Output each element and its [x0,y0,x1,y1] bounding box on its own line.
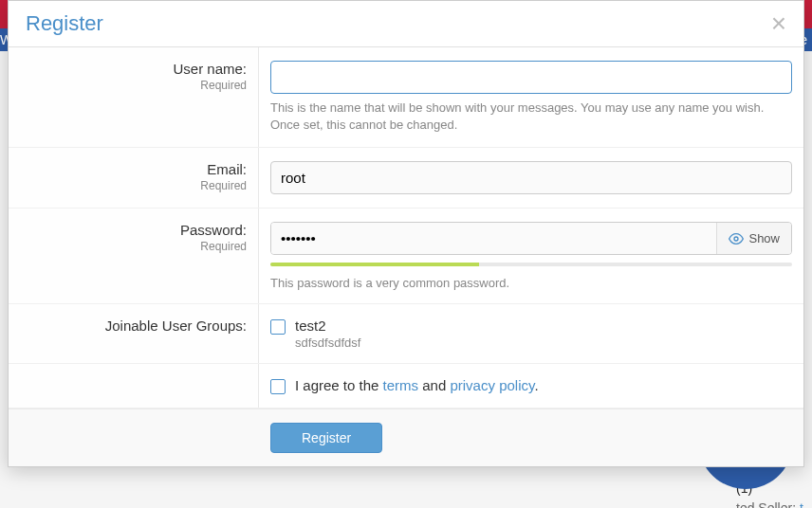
modal-footer: Register [9,408,803,466]
password-strength-bar [270,263,792,266]
modal-title: Register [26,11,103,36]
password-label: Password: [20,222,247,238]
username-required: Required [20,79,247,92]
agree-text: I agree to the terms and privacy policy. [295,377,539,393]
agree-prefix: I agree to the [295,377,383,393]
agree-checkbox[interactable] [270,379,286,394]
password-wrapper: Show [270,222,792,255]
agree-input-col: I agree to the terms and privacy policy. [259,364,803,408]
email-input-col [259,148,803,208]
close-icon: × [771,9,786,38]
username-label-col: User name: Required [9,47,259,147]
eye-icon [729,231,744,246]
email-required: Required [20,179,247,192]
password-label-col: Password: Required [9,209,259,303]
modal-header: Register × [9,1,803,47]
register-submit-button[interactable]: Register [270,423,382,453]
svg-point-0 [734,237,738,241]
show-password-toggle[interactable]: Show [716,223,791,254]
show-label: Show [748,231,780,245]
groups-label-col: Joinable User Groups: [9,304,259,363]
agree-checkbox-row: I agree to the terms and privacy policy. [270,377,792,394]
email-label-col: Email: Required [9,148,259,208]
agree-label-col [9,364,259,408]
username-help: This is the name that will be shown with… [270,100,792,134]
group-option-desc: sdfsdfsdfdsf [295,336,360,350]
agree-suffix: . [534,377,538,393]
password-input-col: Show This password is a very common pass… [259,209,803,303]
groups-input-col: test2 sdfsdfsdfdsf [259,304,803,363]
agree-and: and [418,377,450,393]
password-required: Required [20,240,247,253]
password-row: Password: Required Show [9,209,803,304]
email-row: Email: Required [9,148,803,209]
username-input-col: This is the name that will be shown with… [259,47,803,147]
group-option-label: test2 [295,318,360,334]
username-label: User name: [20,61,247,77]
terms-link[interactable]: terms [383,377,419,393]
username-row: User name: Required This is the name tha… [9,47,803,148]
password-input[interactable] [271,223,716,254]
register-modal: Register × User name: Required This is t… [8,0,804,467]
password-strength-text: This password is a very common password. [270,276,792,290]
agree-row: I agree to the terms and privacy policy. [9,364,803,408]
modal-overlay: Register × User name: Required This is t… [0,0,812,508]
groups-label: Joinable User Groups: [20,318,247,334]
username-input[interactable] [270,61,792,94]
group-option-row: test2 sdfsdfsdfdsf [270,318,792,350]
email-input[interactable] [270,161,792,194]
password-strength-fill [270,263,479,266]
email-label: Email: [20,161,247,177]
privacy-link[interactable]: privacy policy [450,377,534,393]
close-button[interactable]: × [771,10,786,37]
groups-row: Joinable User Groups: test2 sdfsdfsdfdsf [9,304,803,364]
group-checkbox[interactable] [270,319,286,335]
